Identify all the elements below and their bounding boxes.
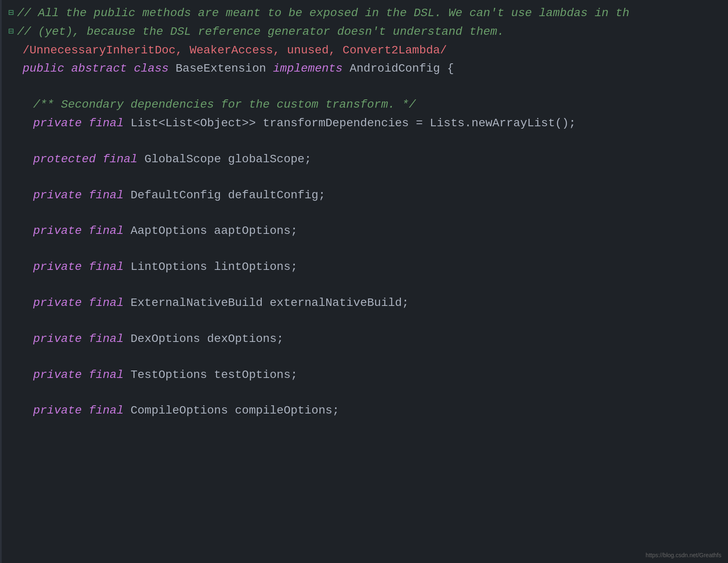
empty-line-12: [8, 205, 720, 222]
keyword-private-final-2: private final: [33, 189, 123, 202]
keyword-private-final-5: private final: [33, 296, 123, 309]
code-line-2: ⊟ // (yet), because the DSL reference ge…: [8, 23, 720, 41]
keyword-private-final-6: private final: [33, 332, 123, 345]
code-javadoc: /** Secondary dependencies for the custo…: [33, 96, 720, 114]
code-field-test-options: private final TestOptions testOptions;: [33, 366, 720, 385]
keyword-implements: implements: [273, 62, 342, 75]
empty-line-5: [8, 78, 720, 96]
code-class-decl: public abstract class BaseExtension impl…: [22, 60, 720, 78]
code-field-aapt-options: private final AaptOptions aaptOptions;: [33, 222, 720, 241]
code-comment-2: // (yet), because the DSL reference gene…: [17, 23, 720, 41]
code-annotation: /UnnecessaryInheritDoc, WeakerAccess, un…: [22, 41, 720, 60]
keyword-private-final-3: private final: [33, 224, 123, 237]
no-marker-4: [8, 61, 19, 76]
code-line-7: private final List<List<Object>> transfo…: [8, 114, 720, 133]
field-type-6: ExternalNativeBuild externalNativeBuild;: [123, 296, 409, 309]
field-type-5: LintOptions lintOptions;: [123, 260, 297, 273]
code-line-13: private final AaptOptions aaptOptions;: [8, 222, 720, 241]
code-field-lint-options: private final LintOptions lintOptions;: [33, 258, 720, 277]
code-field-transform-deps: private final List<List<Object>> transfo…: [33, 114, 720, 133]
empty-line-22: [8, 384, 720, 402]
keyword-private-final-1: private final: [33, 117, 123, 130]
interface-name: AndroidConfig {: [342, 62, 454, 75]
code-line-4: public abstract class BaseExtension impl…: [8, 60, 720, 78]
field-type-9: CompileOptions compileOptions;: [123, 404, 339, 417]
url-bar: https://blog.csdn.net/Greathfs: [646, 551, 721, 560]
keyword-public: public abstract class: [22, 62, 169, 75]
field-type-1: List<List<Object>> transformDependencies…: [123, 117, 576, 130]
field-type-3: DefaultConfig defaultConfig;: [123, 189, 325, 202]
code-line-1: ⊟ // All the public methods are meant to…: [8, 4, 720, 23]
field-type-2: GlobalScope globalScope;: [137, 153, 311, 166]
code-field-default-config: private final DefaultConfig defaultConfi…: [33, 186, 720, 205]
code-line-11: private final DefaultConfig defaultConfi…: [8, 186, 720, 205]
code-line-6: /** Secondary dependencies for the custo…: [8, 96, 720, 114]
code-field-external-native: private final ExternalNativeBuild extern…: [33, 294, 720, 313]
field-type-7: DexOptions dexOptions;: [123, 332, 283, 345]
keyword-private-final-4: private final: [33, 260, 123, 273]
code-field-dex-options: private final DexOptions dexOptions;: [33, 330, 720, 349]
keyword-protected-final: protected final: [33, 153, 137, 166]
code-line-21: private final TestOptions testOptions;: [8, 366, 720, 385]
code-line-19: private final DexOptions dexOptions;: [8, 330, 720, 349]
no-marker-3: [8, 43, 19, 58]
fold-marker-2: ⊟: [8, 24, 14, 39]
class-name-base: BaseExtension: [169, 62, 273, 75]
code-line-9: protected final GlobalScope globalScope;: [8, 150, 720, 169]
code-field-compile-options: private final CompileOptions compileOpti…: [33, 402, 720, 420]
empty-line-18: [8, 313, 720, 330]
fold-marker-1: ⊟: [8, 6, 14, 20]
empty-line-20: [8, 349, 720, 366]
code-container: ⊟ // All the public methods are meant to…: [0, 0, 728, 428]
code-line-15: private final LintOptions lintOptions;: [8, 258, 720, 277]
code-line-3: /UnnecessaryInheritDoc, WeakerAccess, un…: [8, 41, 720, 60]
code-comment-1: // All the public methods are meant to b…: [17, 4, 720, 23]
empty-line-8: [8, 133, 720, 150]
empty-line-14: [8, 241, 720, 258]
keyword-private-final-7: private final: [33, 368, 123, 381]
code-field-global-scope: protected final GlobalScope globalScope;: [33, 150, 720, 169]
code-line-23: private final CompileOptions compileOpti…: [8, 402, 720, 420]
field-type-8: TestOptions testOptions;: [123, 368, 297, 381]
empty-line-16: [8, 277, 720, 294]
keyword-private-final-8: private final: [33, 404, 123, 417]
empty-line-10: [8, 169, 720, 186]
code-line-17: private final ExternalNativeBuild extern…: [8, 294, 720, 313]
field-type-4: AaptOptions aaptOptions;: [123, 224, 297, 237]
